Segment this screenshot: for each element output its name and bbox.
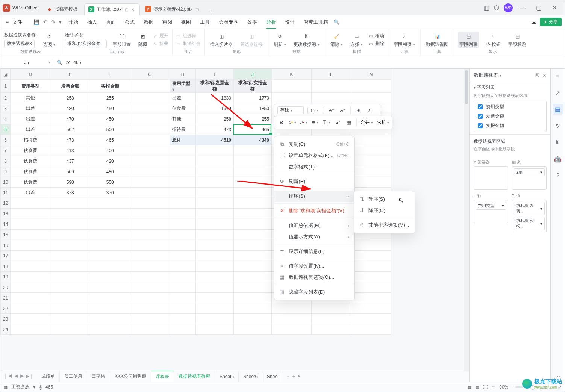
cell[interactable]: 伙食费	[11, 166, 50, 177]
cell[interactable]	[130, 135, 170, 145]
row-header[interactable]: 15	[1, 230, 11, 240]
cell[interactable]: 发票金额	[50, 80, 90, 93]
cell[interactable]	[195, 324, 233, 335]
cell[interactable]	[233, 251, 271, 261]
sort-submenu[interactable]: ⇅升序(S) ⇵降序(O) ⚟其他排序选项(M)...	[354, 191, 415, 233]
cube-icon[interactable]: ⬡	[494, 4, 499, 11]
cell[interactable]	[233, 219, 271, 230]
cell[interactable]	[195, 177, 233, 188]
window-icon[interactable]: ▥	[484, 4, 489, 11]
cell[interactable]	[351, 135, 391, 145]
cell[interactable]	[90, 219, 130, 230]
cell[interactable]	[50, 303, 90, 314]
name-box[interactable]: J5▾	[0, 60, 53, 65]
cell[interactable]: 其他	[170, 114, 196, 124]
col-header[interactable]: K	[271, 69, 311, 80]
cell[interactable]	[195, 251, 233, 261]
cell[interactable]: 480	[50, 103, 90, 114]
area-values[interactable]: Σ 值求和项:发票...▾求和项:实报...▾	[512, 193, 547, 232]
row-header[interactable]: 9	[1, 166, 11, 177]
cell[interactable]	[130, 145, 170, 156]
cell[interactable]	[170, 314, 196, 324]
cell[interactable]	[311, 80, 351, 93]
cell[interactable]	[351, 261, 391, 272]
cell[interactable]	[130, 188, 170, 198]
slicer-button[interactable]: ◫插入切片器	[209, 32, 234, 48]
cell[interactable]	[130, 303, 170, 314]
cell[interactable]	[50, 219, 90, 230]
val-chip[interactable]: 求和项:实报...▾	[514, 217, 545, 230]
context-menu[interactable]: ⧉复制(C)Ctrl+C ⛶设置单元格格式(F)...Ctrl+1 数字格式(T…	[274, 136, 355, 300]
cell[interactable]	[130, 261, 170, 272]
cell[interactable]	[50, 240, 90, 251]
field-checkbox[interactable]: 发票金额	[476, 113, 544, 120]
cell[interactable]	[233, 293, 271, 303]
menu-file[interactable]: 文件	[12, 19, 22, 26]
cell[interactable]: 400	[90, 145, 130, 156]
formula-input[interactable]: 465	[73, 60, 81, 65]
row-header[interactable]: 2	[1, 93, 11, 103]
row-header[interactable]: 17	[1, 251, 11, 261]
row-header[interactable]: 6	[1, 135, 11, 145]
cell[interactable]	[195, 230, 233, 240]
sheet-indicator-icon[interactable]: ▦	[3, 384, 8, 390]
cell[interactable]	[195, 188, 233, 198]
cell[interactable]: 509	[50, 166, 90, 177]
cell[interactable]: 465	[90, 135, 130, 145]
cell[interactable]: 伙食费	[11, 156, 50, 166]
cell[interactable]	[195, 156, 233, 166]
cell[interactable]	[130, 324, 170, 335]
cell[interactable]	[90, 282, 130, 293]
col-header[interactable]: F	[90, 69, 130, 80]
status-sheet[interactable]: 工资发放	[11, 384, 29, 390]
cell[interactable]	[170, 293, 196, 303]
autosum-icon[interactable]: Σ	[366, 107, 373, 114]
cell[interactable]	[90, 314, 130, 324]
sheet-tab[interactable]: 数据透视表教程	[174, 371, 215, 382]
redo-icon[interactable]: ↷	[51, 19, 55, 25]
cell[interactable]	[351, 240, 391, 251]
cell[interactable]	[351, 93, 391, 103]
menu-review[interactable]: 审阅	[162, 19, 172, 26]
view-reader-icon[interactable]: ▭	[491, 384, 495, 390]
row-header[interactable]: 3	[1, 103, 11, 114]
cell[interactable]	[233, 261, 271, 272]
cell[interactable]	[90, 230, 130, 240]
cell[interactable]: 1830	[195, 93, 233, 103]
cell[interactable]: 费用类型	[11, 80, 50, 93]
view-break-icon[interactable]: ⛶	[483, 384, 488, 390]
active-field-input[interactable]: 求和项:实报金额	[65, 40, 107, 48]
cell[interactable]	[351, 166, 391, 177]
cell[interactable]	[311, 314, 351, 324]
menu-smart[interactable]: 智能工具箱	[304, 19, 328, 26]
sheet-tab[interactable]: 课程表	[151, 371, 174, 382]
row-header[interactable]: 11	[1, 188, 11, 198]
rail-help-icon[interactable]: ？	[553, 170, 563, 181]
row-header[interactable]: 16	[1, 240, 11, 251]
cell[interactable]: 378	[50, 188, 90, 198]
cell[interactable]	[351, 156, 391, 166]
ctx-summarize-by[interactable]: 值汇总依据(M)›	[274, 220, 354, 231]
cell[interactable]	[271, 303, 311, 314]
font-select[interactable]: 等线	[277, 106, 304, 114]
field-item-button[interactable]: Σ字段和项	[392, 32, 417, 48]
cell[interactable]	[351, 303, 391, 314]
cell[interactable]	[130, 103, 170, 114]
row-header[interactable]: 14	[1, 219, 11, 230]
cell[interactable]	[195, 166, 233, 177]
ctx-refresh[interactable]: ⟳刷新(R)	[274, 176, 354, 187]
cell[interactable]	[90, 251, 130, 261]
cell[interactable]	[233, 230, 271, 240]
cell[interactable]	[11, 324, 50, 335]
cell[interactable]	[233, 145, 271, 156]
cell[interactable]	[195, 303, 233, 314]
cell[interactable]: 370	[90, 188, 130, 198]
cell[interactable]	[130, 156, 170, 166]
pivot-chart-button[interactable]: 📊数据透视图	[424, 32, 450, 48]
col-header[interactable]: H	[170, 69, 196, 80]
panel-pin-icon[interactable]: ⇱	[535, 73, 539, 78]
cell[interactable]	[90, 240, 130, 251]
cell[interactable]	[90, 261, 130, 272]
tab-close-icon[interactable]: ✕	[131, 8, 134, 12]
cell[interactable]: 1850	[233, 103, 271, 114]
